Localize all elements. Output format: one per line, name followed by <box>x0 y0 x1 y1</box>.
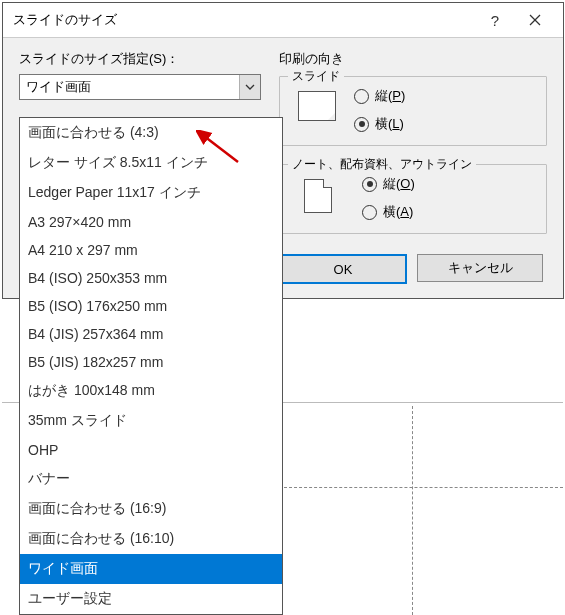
dropdown-item[interactable]: はがき 100x148 mm <box>20 376 282 406</box>
notes-landscape-radio[interactable]: 横(A) <box>362 203 415 221</box>
dropdown-item[interactable]: ワイド画面 <box>20 554 282 584</box>
dropdown-item[interactable]: 画面に合わせる (16:10) <box>20 524 282 554</box>
size-combo[interactable]: ワイド画面 <box>19 74 261 100</box>
slide-orientation-legend: スライド <box>288 68 344 85</box>
dropdown-item[interactable]: ユーザー設定 <box>20 584 282 614</box>
notes-orientation-icon <box>304 179 332 213</box>
dropdown-item[interactable]: B4 (ISO) 250x353 mm <box>20 264 282 292</box>
dialog-title: スライドのサイズ <box>13 11 475 29</box>
dropdown-item[interactable]: 画面に合わせる (4:3) <box>20 118 282 148</box>
dropdown-item[interactable]: A3 297×420 mm <box>20 208 282 236</box>
close-button[interactable] <box>515 9 555 31</box>
dropdown-item[interactable]: OHP <box>20 436 282 464</box>
dropdown-item[interactable]: 35mm スライド <box>20 406 282 436</box>
close-icon <box>529 14 541 26</box>
dropdown-item[interactable]: B5 (ISO) 176x250 mm <box>20 292 282 320</box>
dropdown-item[interactable]: 画面に合わせる (16:9) <box>20 494 282 524</box>
slide-orientation-group: スライド 縦(P) 横(L) <box>279 76 547 146</box>
dropdown-item[interactable]: B5 (JIS) 182x257 mm <box>20 348 282 376</box>
titlebar: スライドのサイズ ? <box>3 3 563 38</box>
radio-icon <box>362 205 377 220</box>
dropdown-item[interactable]: A4 210 x 297 mm <box>20 236 282 264</box>
radio-icon <box>354 117 369 132</box>
slide-landscape-radio[interactable]: 横(L) <box>354 115 405 133</box>
notes-orientation-group: ノート、配布資料、アウトライン 縦(O) 横(A) <box>279 164 547 234</box>
dropdown-item[interactable]: Ledger Paper 11x17 インチ <box>20 178 282 208</box>
cancel-button[interactable]: キャンセル <box>417 254 543 282</box>
slide-orientation-icon <box>298 91 336 121</box>
dropdown-item[interactable]: レター サイズ 8.5x11 インチ <box>20 148 282 178</box>
notes-orientation-legend: ノート、配布資料、アウトライン <box>288 156 476 173</box>
size-dropdown-list[interactable]: 画面に合わせる (4:3)レター サイズ 8.5x11 インチLedger Pa… <box>19 117 283 615</box>
button-row: OK キャンセル <box>279 254 547 286</box>
radio-icon <box>362 177 377 192</box>
orientation-title: 印刷の向き <box>279 50 547 68</box>
chevron-down-icon <box>245 84 255 90</box>
size-combo-button[interactable] <box>239 75 260 99</box>
radio-icon <box>354 89 369 104</box>
right-pane: 印刷の向き スライド 縦(P) 横(L) <box>279 50 547 286</box>
dropdown-item[interactable]: B4 (JIS) 257x364 mm <box>20 320 282 348</box>
size-combo-value: ワイド画面 <box>20 78 239 96</box>
size-label: スライドのサイズ指定(S)： <box>19 50 261 68</box>
notes-portrait-radio[interactable]: 縦(O) <box>362 175 415 193</box>
help-button[interactable]: ? <box>475 9 515 31</box>
slide-portrait-radio[interactable]: 縦(P) <box>354 87 405 105</box>
ok-button[interactable]: OK <box>279 254 407 284</box>
dropdown-item[interactable]: バナー <box>20 464 282 494</box>
